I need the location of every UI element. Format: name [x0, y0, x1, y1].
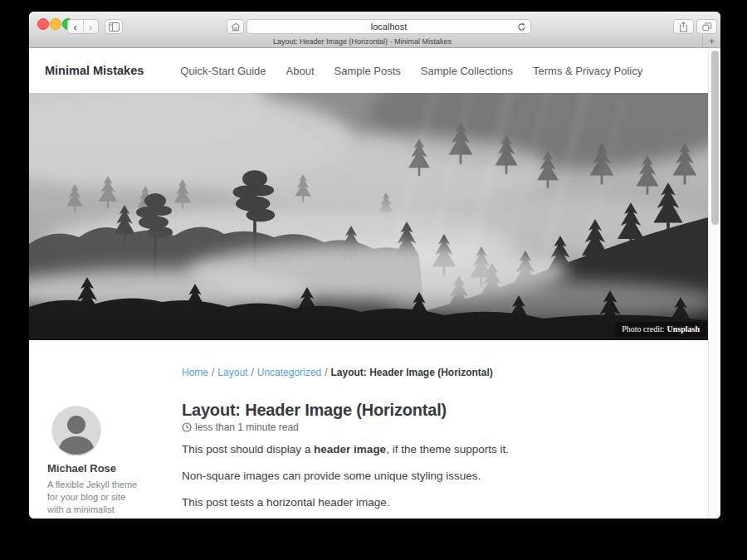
page-content: Minimal Mistakes Quick-Start Guide About… [29, 48, 720, 519]
photo-credit-badge: Photo credit:Unsplash [615, 322, 706, 337]
close-window-button[interactable] [37, 18, 49, 30]
tab-bar: Layout: Header Image (Horizontal) - Mini… [29, 35, 720, 48]
nav-item-about[interactable]: About [286, 65, 315, 77]
breadcrumb-uncategorized-link[interactable]: Uncategorized [257, 367, 321, 378]
page-scrollbar-thumb[interactable] [711, 51, 719, 225]
header-image: Photo credit:Unsplash [29, 93, 708, 340]
paragraph-text: , if the theme supports it. [386, 443, 509, 455]
history-nav-group: ‹ › [67, 19, 99, 34]
breadcrumb-layout-link[interactable]: Layout [217, 367, 247, 378]
article: Layout: Header Image (Horizontal) less t… [182, 400, 695, 519]
paragraph: Non-square images can provide some uniqu… [182, 470, 695, 482]
active-tab[interactable]: Layout: Header Image (Horizontal) - Mini… [29, 35, 696, 47]
share-button[interactable] [673, 19, 694, 34]
forward-button[interactable]: › [84, 20, 99, 33]
breadcrumb-current-page: Layout: Header Image (Horizontal) [330, 367, 492, 378]
sidebar-icon [109, 22, 120, 32]
page-scrollbar-track[interactable] [708, 48, 720, 519]
author-bio: A flexible Jekyll theme for your blog or… [47, 479, 144, 519]
photo-credit-label: Photo credit: [622, 324, 664, 334]
new-tab-button[interactable]: + [702, 35, 720, 47]
breadcrumb-home-link[interactable]: Home [182, 367, 208, 378]
foggy-forest-illustration [29, 93, 708, 340]
breadcrumb-separator: / [212, 367, 214, 378]
url-text: localhost [371, 22, 407, 32]
clock-icon [182, 422, 192, 432]
breadcrumb-separator: / [325, 367, 327, 378]
paragraph-text: This post should display a [182, 443, 314, 455]
breadcrumb: Home/Layout/Uncategorized/Layout: Header… [182, 367, 493, 378]
nav-item-sample-posts[interactable]: Sample Posts [334, 65, 401, 77]
nav-item-terms-privacy[interactable]: Terms & Privacy Policy [533, 65, 642, 77]
address-bar[interactable]: localhost [247, 19, 531, 34]
sidebar-toggle-button[interactable] [105, 19, 123, 34]
nav-item-sample-collections[interactable]: Sample Collections [421, 65, 513, 77]
tab-overview-button[interactable] [696, 19, 717, 34]
site-nav: Quick-Start Guide About Sample Posts Sam… [180, 65, 642, 77]
read-time-meta: less than 1 minute read [182, 421, 695, 433]
page-title: Layout: Header Image (Horizontal) [182, 400, 695, 420]
author-avatar [51, 406, 101, 455]
read-time-text: less than 1 minute read [195, 421, 299, 433]
paragraph-bold-text: header image [314, 443, 386, 455]
tabs-icon [702, 22, 712, 32]
photo-credit-source: Unsplash [667, 324, 700, 334]
reload-button[interactable] [517, 22, 526, 32]
site-title-link[interactable]: Minimal Mistakes [45, 64, 144, 77]
masthead: Minimal Mistakes Quick-Start Guide About… [29, 48, 708, 93]
paragraph: This post tests a horizontal header imag… [182, 496, 695, 509]
home-icon [231, 22, 241, 32]
minimize-window-button[interactable] [50, 18, 61, 30]
home-button[interactable] [227, 19, 244, 34]
nav-item-quick-start-guide[interactable]: Quick-Start Guide [180, 65, 266, 77]
back-button[interactable]: ‹ [68, 20, 84, 33]
browser-window: ‹ › localhost [29, 12, 720, 519]
paragraph: This post should display a header image,… [182, 443, 695, 455]
tab-title-text: Layout: Header Image (Horizontal) - Mini… [273, 37, 452, 46]
author-name: Michael Rose [47, 462, 116, 475]
browser-titlebar: ‹ › localhost [29, 12, 720, 36]
share-icon [679, 22, 688, 32]
breadcrumb-separator: / [251, 367, 253, 378]
